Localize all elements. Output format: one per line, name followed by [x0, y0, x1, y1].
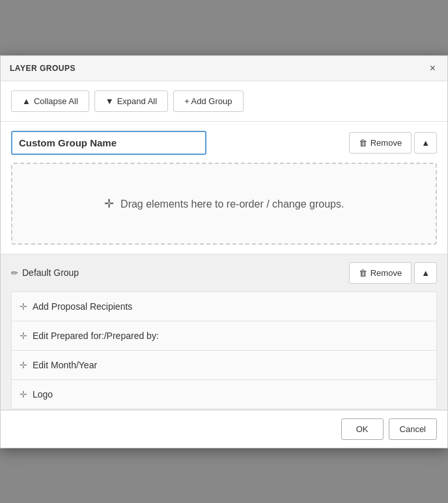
list-item[interactable]: ✛Edit Prepared for:/Prepared by: — [12, 321, 436, 351]
drag-handle-icon: ✛ — [20, 360, 27, 370]
chevron-up-icon: ▲ — [421, 138, 430, 148]
custom-group-actions: Remove ▲ — [349, 132, 437, 154]
custom-group-section: Remove ▲ ✛ Drag elements here to re-orde… — [1, 122, 447, 254]
close-button[interactable]: × — [427, 62, 438, 74]
drag-handle-icon: ✛ — [20, 331, 27, 341]
layer-groups-dialog: LAYER GROUPS × ▲ Collapse All ▼ Expand A… — [0, 55, 448, 448]
dialog-footer: OK Cancel — [1, 410, 447, 448]
default-group-label: Default Group — [22, 267, 79, 278]
list-item-label: Add Proposal Recipients — [33, 301, 132, 312]
dialog-toolbar: ▲ Collapse All ▼ Expand All + Add Group — [1, 81, 447, 122]
chevron-up-icon-default: ▲ — [421, 268, 430, 278]
collapse-all-label: Collapse All — [34, 96, 78, 106]
default-group-remove-button[interactable]: Remove — [349, 262, 412, 284]
collapse-all-button[interactable]: ▲ Collapse All — [11, 90, 89, 112]
trash-icon — [359, 138, 367, 148]
list-item-label: Edit Month/Year — [33, 360, 97, 370]
expand-all-button[interactable]: ▼ Expand All — [94, 90, 168, 112]
expand-arrow-icon: ▼ — [105, 96, 114, 106]
drop-zone-text: Drag elements here to re-order / change … — [120, 198, 344, 210]
custom-group-remove-label: Remove — [371, 138, 402, 148]
list-item[interactable]: ✛Logo — [12, 380, 436, 409]
default-group-section: ✏ Default Group Remove ▲ ✛Add Proposal R… — [1, 254, 447, 410]
dialog-header: LAYER GROUPS × — [1, 56, 447, 81]
list-item-label: Logo — [33, 389, 53, 400]
drag-handle-icon: ✛ — [20, 389, 27, 400]
default-group-label-container: ✏ Default Group — [11, 267, 79, 278]
dialog-title: LAYER GROUPS — [10, 64, 76, 73]
list-item[interactable]: ✛Add Proposal Recipients — [12, 292, 436, 321]
default-group-collapse-button[interactable]: ▲ — [414, 262, 437, 284]
custom-group-drop-zone: ✛ Drag elements here to re-order / chang… — [11, 163, 437, 245]
pencil-icon: ✏ — [11, 268, 18, 278]
drag-move-icon: ✛ — [104, 197, 114, 210]
add-group-label: + Add Group — [184, 96, 232, 106]
default-group-items-list: ✛Add Proposal Recipients✛Edit Prepared f… — [11, 292, 437, 409]
list-item-label: Edit Prepared for:/Prepared by: — [33, 331, 159, 341]
custom-group-collapse-button[interactable]: ▲ — [414, 132, 437, 154]
cancel-button[interactable]: Cancel — [389, 418, 437, 440]
custom-group-header: Remove ▲ — [11, 131, 437, 155]
add-group-button[interactable]: + Add Group — [173, 90, 243, 112]
collapse-arrow-icon: ▲ — [22, 96, 31, 106]
default-group-remove-label: Remove — [371, 268, 402, 278]
custom-group-name-input[interactable] — [11, 131, 206, 155]
list-item[interactable]: ✛Edit Month/Year — [12, 351, 436, 380]
default-group-header: ✏ Default Group Remove ▲ — [1, 254, 447, 292]
drag-handle-icon: ✛ — [20, 301, 27, 312]
custom-group-remove-button[interactable]: Remove — [349, 132, 412, 154]
expand-all-label: Expand All — [117, 96, 157, 106]
default-group-actions: Remove ▲ — [349, 262, 437, 284]
ok-button[interactable]: OK — [341, 418, 384, 440]
trash-icon-default — [359, 268, 367, 278]
